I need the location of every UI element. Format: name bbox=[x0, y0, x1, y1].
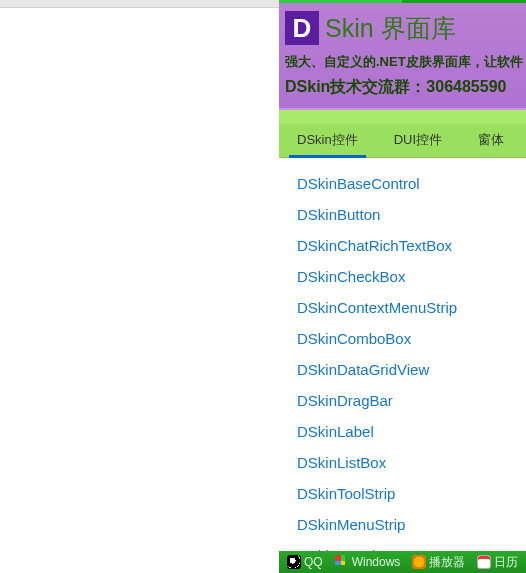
taskbar-label: 日历 bbox=[494, 554, 518, 571]
list-item[interactable]: DSkinDragBar bbox=[297, 385, 526, 416]
player-icon bbox=[412, 555, 426, 569]
list-item[interactable]: DSkinMenuStrip bbox=[297, 509, 526, 540]
list-item[interactable]: DSkinComboBox bbox=[297, 323, 526, 354]
taskbar: QQ Windows 播放器 日历 bbox=[279, 551, 526, 573]
app-title: Skin 界面库 bbox=[325, 12, 456, 45]
tab-container: DSkin控件 DUI控件 窗体 bbox=[279, 108, 526, 158]
list-item[interactable]: DSkinChatRichTextBox bbox=[297, 230, 526, 261]
taskbar-item-windows[interactable]: Windows bbox=[331, 555, 405, 569]
tab-forms[interactable]: 窗体 bbox=[460, 124, 522, 157]
taskbar-item-player[interactable]: 播放器 bbox=[408, 554, 469, 571]
taskbar-label: 播放器 bbox=[429, 554, 465, 571]
right-pane: D Skin 界面库 强大、自定义的.NET皮肤界面库，让软件 DSkin技术交… bbox=[279, 0, 526, 573]
list-item[interactable]: DSkinContextMenuStrip bbox=[297, 292, 526, 323]
tab-dui-controls[interactable]: DUI控件 bbox=[376, 124, 460, 157]
list-item[interactable]: DSkinButton bbox=[297, 199, 526, 230]
list-item[interactable]: DSkinCheckBox bbox=[297, 261, 526, 292]
taskbar-item-qq[interactable]: QQ bbox=[283, 555, 327, 569]
header-group-line: DSkin技术交流群：306485590 bbox=[285, 77, 520, 98]
list-item[interactable]: DSkinToolStrip bbox=[297, 478, 526, 509]
taskbar-item-calendar[interactable]: 日历 bbox=[473, 554, 522, 571]
list-item[interactable]: DSkinListBox bbox=[297, 447, 526, 478]
taskbar-label: Windows bbox=[352, 555, 401, 569]
left-pane bbox=[0, 0, 279, 573]
header: D Skin 界面库 强大、自定义的.NET皮肤界面库，让软件 DSkin技术交… bbox=[279, 3, 526, 108]
calendar-icon bbox=[477, 555, 491, 569]
tab-bar: DSkin控件 DUI控件 窗体 bbox=[279, 124, 526, 158]
list-item[interactable]: DSkinLabel bbox=[297, 416, 526, 447]
left-topbar bbox=[0, 0, 279, 8]
list-item[interactable]: DSkinDataGridView bbox=[297, 354, 526, 385]
tab-dskin-controls[interactable]: DSkin控件 bbox=[279, 124, 376, 157]
control-list: DSkinBaseControl DSkinButton DSkinChatRi… bbox=[279, 158, 526, 573]
logo-row: D Skin 界面库 bbox=[285, 11, 520, 45]
logo-icon: D bbox=[285, 11, 319, 45]
taskbar-label: QQ bbox=[304, 555, 323, 569]
qq-icon bbox=[287, 555, 301, 569]
windows-icon bbox=[335, 555, 349, 569]
list-item[interactable]: DSkinBaseControl bbox=[297, 168, 526, 199]
header-subtitle: 强大、自定义的.NET皮肤界面库，让软件 bbox=[285, 53, 520, 71]
